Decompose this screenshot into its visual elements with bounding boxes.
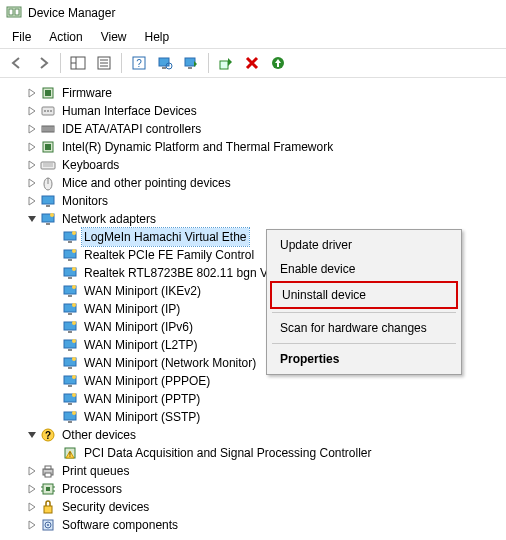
help-button[interactable]: ? xyxy=(128,52,150,74)
menu-bar: File Action View Help xyxy=(0,26,506,48)
tree-item-label: WAN Miniport (IKEv2) xyxy=(82,282,203,300)
menu-action[interactable]: Action xyxy=(41,28,90,46)
net-icon xyxy=(40,211,56,227)
tree-item-label: Firmware xyxy=(60,84,114,102)
show-hide-console-button[interactable] xyxy=(67,52,89,74)
menu-view[interactable]: View xyxy=(93,28,135,46)
tree-item[interactable]: Software components xyxy=(8,516,506,534)
tree-item-label: WAN Miniport (IP) xyxy=(82,300,182,318)
svg-rect-2 xyxy=(15,9,19,15)
toolbar-separator xyxy=(60,53,61,73)
tree-item-label: LogMeIn Hamachi Virtual Ethe xyxy=(82,228,249,246)
context-menu-item[interactable]: Uninstall device xyxy=(270,281,458,309)
context-menu-item[interactable]: Scan for hardware changes xyxy=(270,316,458,340)
enable-device-button[interactable] xyxy=(215,52,237,74)
svg-rect-17 xyxy=(220,61,228,69)
window-title: Device Manager xyxy=(28,6,115,20)
expand-icon[interactable] xyxy=(26,502,38,512)
tree-item-label: Network adapters xyxy=(60,210,158,228)
expand-icon[interactable] xyxy=(26,178,38,188)
tree-item[interactable]: Processors xyxy=(8,480,506,498)
toolbar-separator xyxy=(121,53,122,73)
tree-item[interactable]: WAN Miniport (SSTP) xyxy=(8,408,506,426)
net-icon xyxy=(62,409,78,425)
tree-item-label: Processors xyxy=(60,480,124,498)
net-icon xyxy=(62,373,78,389)
expand-icon[interactable] xyxy=(26,124,38,134)
warn-icon xyxy=(62,445,78,461)
scan-hardware-button[interactable] xyxy=(154,52,176,74)
toolbar-separator xyxy=(208,53,209,73)
tree-item-label: WAN Miniport (SSTP) xyxy=(82,408,202,426)
context-menu-item[interactable]: Properties xyxy=(270,347,458,371)
menu-separator xyxy=(272,343,456,344)
uninstall-device-button[interactable] xyxy=(241,52,263,74)
mouse-icon xyxy=(40,175,56,191)
tree-item[interactable]: IDE ATA/ATAPI controllers xyxy=(8,120,506,138)
tree-item-label: WAN Miniport (IPv6) xyxy=(82,318,195,336)
tree-item[interactable]: Print queues xyxy=(8,462,506,480)
expand-icon[interactable] xyxy=(26,160,38,170)
context-menu-item[interactable]: Update driver xyxy=(270,233,458,257)
tree-item[interactable]: Human Interface Devices xyxy=(8,102,506,120)
properties-button[interactable] xyxy=(93,52,115,74)
tree-item-label: Print queues xyxy=(60,462,131,480)
tree-item-label: Security devices xyxy=(60,498,151,516)
expand-icon[interactable] xyxy=(26,196,38,206)
tree-item-label: WAN Miniport (PPPOE) xyxy=(82,372,212,390)
tree-item[interactable]: WAN Miniport (PPTP) xyxy=(8,390,506,408)
collapse-icon[interactable] xyxy=(26,430,38,440)
expand-icon[interactable] xyxy=(26,466,38,476)
context-menu-item[interactable]: Enable device xyxy=(270,257,458,281)
expand-icon[interactable] xyxy=(26,520,38,530)
svg-rect-15 xyxy=(185,58,195,66)
expand-icon[interactable] xyxy=(26,142,38,152)
tree-item-label: Human Interface Devices xyxy=(60,102,199,120)
keyboard-icon xyxy=(40,157,56,173)
expand-icon[interactable] xyxy=(26,106,38,116)
tree-item-label: Realtek PCIe FE Family Control xyxy=(82,246,256,264)
tree-item[interactable]: Other devices xyxy=(8,426,506,444)
tree-item[interactable]: Intel(R) Dynamic Platform and Thermal Fr… xyxy=(8,138,506,156)
forward-button[interactable] xyxy=(32,52,54,74)
back-button[interactable] xyxy=(6,52,28,74)
net-icon xyxy=(62,283,78,299)
tree-item[interactable]: Firmware xyxy=(8,84,506,102)
tree-item-label: Mice and other pointing devices xyxy=(60,174,233,192)
svg-rect-13 xyxy=(162,67,166,69)
expand-icon[interactable] xyxy=(26,484,38,494)
tree-item-label: Realtek RTL8723BE 802.11 bgn V xyxy=(82,264,270,282)
svg-rect-16 xyxy=(188,67,192,69)
tree-item-label: PCI Data Acquisition and Signal Processi… xyxy=(82,444,373,462)
tree-item-label: Keyboards xyxy=(60,156,121,174)
tree-item[interactable]: Mice and other pointing devices xyxy=(8,174,506,192)
update-driver-button[interactable] xyxy=(180,52,202,74)
tree-item[interactable]: Keyboards xyxy=(8,156,506,174)
tree-item[interactable]: PCI Data Acquisition and Signal Processi… xyxy=(8,444,506,462)
cpu-icon xyxy=(40,481,56,497)
net-icon xyxy=(62,355,78,371)
net-icon xyxy=(62,247,78,263)
menu-help[interactable]: Help xyxy=(137,28,178,46)
hid-icon xyxy=(40,103,56,119)
title-bar: Device Manager xyxy=(0,0,506,26)
menu-file[interactable]: File xyxy=(4,28,39,46)
tree-item-label: WAN Miniport (PPTP) xyxy=(82,390,202,408)
net-icon xyxy=(62,337,78,353)
add-legacy-hardware-button[interactable] xyxy=(267,52,289,74)
soft-icon xyxy=(40,517,56,533)
net-icon xyxy=(62,265,78,281)
expand-icon[interactable] xyxy=(26,88,38,98)
menu-separator xyxy=(272,312,456,313)
app-icon xyxy=(6,5,22,21)
tree-item-label: Intel(R) Dynamic Platform and Thermal Fr… xyxy=(60,138,335,156)
tree-item[interactable]: Network adapters xyxy=(8,210,506,228)
monitor-icon xyxy=(40,193,56,209)
context-menu[interactable]: Update driverEnable deviceUninstall devi… xyxy=(266,229,462,375)
net-icon xyxy=(62,319,78,335)
tree-item[interactable]: Security devices xyxy=(8,498,506,516)
tree-item-label: Other devices xyxy=(60,426,138,444)
svg-text:?: ? xyxy=(136,58,142,69)
tree-item[interactable]: Monitors xyxy=(8,192,506,210)
collapse-icon[interactable] xyxy=(26,214,38,224)
